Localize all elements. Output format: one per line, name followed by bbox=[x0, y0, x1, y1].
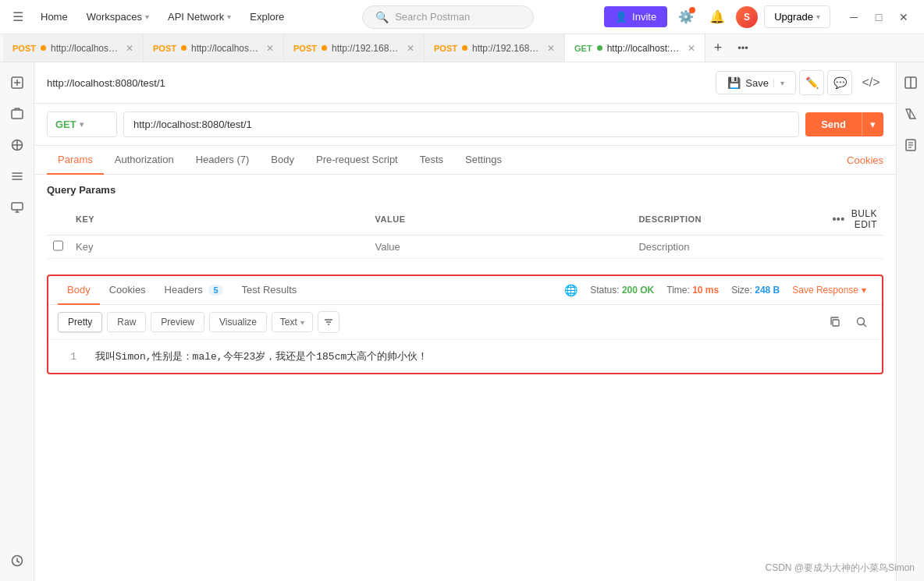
tab-2-url: http://localhost:8081, bbox=[191, 43, 258, 54]
value-input[interactable] bbox=[375, 241, 627, 253]
tab-headers[interactable]: Headers (7) bbox=[185, 146, 261, 175]
watermark: CSDN @要成为大神的小菜鸟Simon bbox=[765, 562, 915, 575]
left-sidebar bbox=[0, 62, 34, 581]
settings-icon-button[interactable]: ⚙️ bbox=[673, 5, 698, 30]
tab-5-dot bbox=[597, 45, 602, 51]
response-action-buttons bbox=[824, 311, 872, 333]
svg-line-12 bbox=[864, 324, 866, 327]
row-checkbox[interactable] bbox=[53, 240, 63, 251]
save-button[interactable]: 💾 Save ▾ bbox=[716, 71, 796, 94]
description-input[interactable] bbox=[638, 241, 819, 253]
sidebar-collections-icon[interactable] bbox=[3, 100, 31, 128]
nav-home[interactable]: Home bbox=[33, 6, 76, 27]
right-sidebar bbox=[896, 62, 924, 581]
edit-button[interactable]: ✏️ bbox=[799, 70, 824, 95]
resp-tab-headers[interactable]: Headers 5 bbox=[155, 276, 233, 305]
response-body: 1 我叫Simon,性别是：male,今年23岁，我还是个185cm大高个的帅小… bbox=[48, 340, 882, 373]
key-input[interactable] bbox=[76, 241, 363, 253]
format-pretty-button[interactable]: Pretty bbox=[58, 312, 102, 332]
description-cell bbox=[632, 236, 826, 259]
send-chevron-icon: ▾ bbox=[870, 119, 876, 130]
format-type-select[interactable]: Text ▾ bbox=[272, 312, 313, 332]
tab-tests[interactable]: Tests bbox=[409, 146, 454, 175]
upgrade-button[interactable]: Upgrade ▾ bbox=[764, 5, 830, 28]
sidebar-apis-icon[interactable] bbox=[3, 131, 31, 159]
tab-pre-request-script[interactable]: Pre-request Script bbox=[305, 146, 409, 175]
tab-5[interactable]: GET http://localhost:8080/t ✕ bbox=[565, 34, 705, 62]
nav-explore[interactable]: Explore bbox=[242, 6, 292, 27]
method-select[interactable]: GET ▾ bbox=[47, 112, 117, 137]
close-button[interactable]: ✕ bbox=[893, 6, 915, 28]
tab-3[interactable]: POST http://192.168.101.55: ✕ bbox=[284, 34, 425, 62]
send-button[interactable]: Send bbox=[805, 112, 862, 136]
send-button-wrapper: Send ▾ bbox=[805, 112, 883, 136]
right-sidebar-documentation-icon[interactable] bbox=[897, 131, 925, 159]
minimize-button[interactable]: ─ bbox=[843, 6, 865, 28]
format-preview-button[interactable]: Preview bbox=[151, 312, 204, 332]
query-params-section: Query Params KEY VALUE DESCRIPTION bbox=[34, 175, 896, 268]
main-layout: http://localhost:8080/test/1 💾 Save ▾ ✏️… bbox=[0, 62, 924, 581]
tab-1-dot bbox=[41, 45, 46, 51]
tab-3-close-icon[interactable]: ✕ bbox=[407, 43, 414, 54]
save-chevron-icon[interactable]: ▾ bbox=[773, 79, 784, 87]
tabs-more-button[interactable]: ••• bbox=[730, 34, 755, 62]
tab-4-method: POST bbox=[434, 44, 457, 53]
resp-tab-body[interactable]: Body bbox=[58, 276, 100, 305]
cookies-link: Cookies bbox=[847, 154, 883, 166]
copy-response-button[interactable] bbox=[824, 311, 846, 333]
menu-icon[interactable]: ☰ bbox=[9, 6, 27, 27]
invite-button[interactable]: 👤 Invite bbox=[604, 6, 667, 27]
tab-body[interactable]: Body bbox=[260, 146, 305, 175]
save-response-button[interactable]: Save Response ▾ bbox=[792, 285, 866, 296]
sidebar-history-icon[interactable] bbox=[3, 547, 31, 575]
tab-2[interactable]: POST http://localhost:8081, ✕ bbox=[144, 34, 284, 62]
tab-4[interactable]: POST http://192.168.101.55: ✕ bbox=[425, 34, 565, 62]
row-actions-cell bbox=[826, 236, 883, 259]
url-input[interactable] bbox=[123, 112, 799, 137]
resp-tab-test-results[interactable]: Test Results bbox=[233, 276, 307, 305]
maximize-button[interactable]: □ bbox=[868, 6, 890, 28]
line-number: 1 bbox=[61, 351, 76, 363]
nav-workspaces[interactable]: Workspaces ▾ bbox=[79, 6, 157, 27]
time-value: 10 ms bbox=[692, 285, 719, 296]
nav-api-network[interactable]: API Network ▾ bbox=[160, 6, 239, 27]
format-raw-button[interactable]: Raw bbox=[107, 312, 146, 332]
url-actions: 💾 Save ▾ ✏️ 💬 bbox=[716, 70, 852, 95]
svg-rect-10 bbox=[833, 320, 839, 326]
right-sidebar-layout-icon[interactable] bbox=[897, 69, 925, 97]
tab-params[interactable]: Params bbox=[47, 146, 104, 175]
titlebar-nav: Home Workspaces ▾ API Network ▾ Explore bbox=[33, 6, 292, 27]
send-dropdown-button[interactable]: ▾ bbox=[862, 112, 883, 136]
right-sidebar-test-icon[interactable] bbox=[897, 100, 925, 128]
search-box[interactable]: 🔍 Search Postman bbox=[362, 5, 534, 29]
save-response-chevron-icon: ▾ bbox=[862, 285, 866, 296]
resp-tab-cookies[interactable]: Cookies bbox=[100, 276, 155, 305]
avatar[interactable]: S bbox=[736, 6, 758, 28]
filter-button[interactable] bbox=[318, 311, 339, 333]
bulk-edit-button[interactable]: Bulk Edit bbox=[851, 208, 877, 230]
sidebar-environments-icon[interactable] bbox=[3, 162, 31, 190]
params-more-button[interactable]: ••• bbox=[832, 213, 844, 225]
tab-1-close-icon[interactable]: ✕ bbox=[126, 43, 133, 54]
api-network-chevron-icon: ▾ bbox=[227, 12, 231, 21]
sidebar-mock-servers-icon[interactable] bbox=[3, 193, 31, 221]
add-tab-button[interactable]: + bbox=[705, 34, 730, 62]
time-label: Time: 10 ms bbox=[666, 285, 719, 296]
tab-authorization[interactable]: Authorization bbox=[104, 146, 185, 175]
headers-count-badge: 5 bbox=[208, 285, 222, 296]
format-visualize-button[interactable]: Visualize bbox=[209, 312, 267, 332]
tab-2-close-icon[interactable]: ✕ bbox=[266, 43, 274, 54]
notifications-icon-button[interactable]: 🔔 bbox=[705, 5, 730, 30]
response-section: Body Cookies Headers 5 Test Results 🌐 St… bbox=[47, 275, 883, 374]
search-response-button[interactable] bbox=[851, 311, 872, 333]
search-icon: 🔍 bbox=[375, 11, 389, 23]
comment-button[interactable]: 💬 bbox=[827, 70, 852, 95]
tab-settings[interactable]: Settings bbox=[454, 146, 513, 175]
tab-5-close-icon[interactable]: ✕ bbox=[688, 43, 695, 54]
invite-icon: 👤 bbox=[615, 11, 627, 23]
tab-4-close-icon[interactable]: ✕ bbox=[547, 43, 555, 54]
sidebar-new-icon[interactable] bbox=[3, 69, 31, 97]
code-view-button[interactable]: </> bbox=[858, 70, 883, 95]
tab-1[interactable]: POST http://localhost:8081, ✕ bbox=[3, 34, 144, 62]
response-toolbar: Pretty Raw Preview Visualize Text ▾ bbox=[48, 305, 882, 340]
